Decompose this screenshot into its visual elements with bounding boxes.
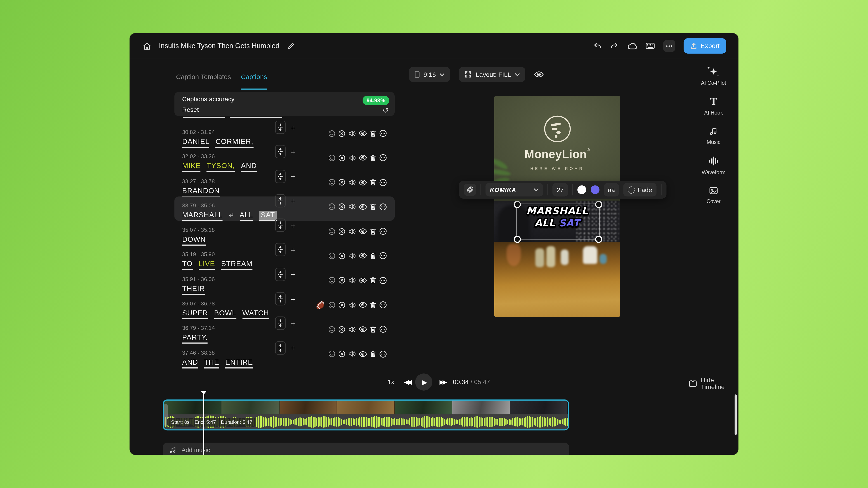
remove-emoji-icon[interactable]	[338, 301, 345, 308]
more-circle-icon[interactable]	[379, 154, 387, 162]
caption-word[interactable]: BRANDON	[182, 186, 220, 197]
add-emoji-icon[interactable]	[328, 203, 336, 210]
reset-captions-button[interactable]: Reset	[182, 106, 199, 113]
trash-icon[interactable]	[370, 252, 376, 260]
sidebar-item-ai-hook[interactable]: T AI Hook	[704, 97, 723, 116]
volume-icon[interactable]	[348, 179, 356, 186]
volume-icon[interactable]	[348, 154, 356, 162]
resize-handle[interactable]	[514, 201, 521, 208]
more-circle-icon[interactable]	[379, 252, 387, 260]
resize-handle[interactable]	[514, 236, 521, 243]
remove-emoji-icon[interactable]	[338, 228, 345, 235]
sidebar-item-waveform[interactable]: Waveform	[702, 156, 725, 175]
forward-button[interactable]: ▶▶	[439, 379, 445, 386]
aspect-ratio-dropdown[interactable]: 9:16	[409, 67, 450, 82]
add-emoji-icon[interactable]	[328, 228, 336, 235]
tab-caption-templates[interactable]: Caption Templates	[176, 73, 231, 86]
eye-icon[interactable]	[359, 277, 367, 284]
caption-row[interactable]: ＋ 36.79 - 37.14 PARTY.	[174, 319, 395, 344]
font-size-field[interactable]: 27	[553, 183, 568, 197]
more-circle-icon[interactable]	[379, 178, 387, 186]
animations-icon[interactable]	[464, 184, 476, 196]
sidebar-item-music[interactable]: Music	[707, 127, 720, 145]
eye-icon[interactable]	[359, 179, 367, 186]
more-circle-icon[interactable]	[379, 326, 387, 333]
eye-icon[interactable]	[359, 351, 367, 357]
caption-word[interactable]: AND	[241, 162, 257, 172]
trash-icon[interactable]	[370, 277, 376, 284]
fade-animation-button[interactable]: Fade	[623, 183, 656, 197]
merge-captions-button[interactable]	[275, 341, 286, 355]
caption-text[interactable]: SUPERBOWLWATCH	[182, 308, 275, 319]
volume-icon[interactable]	[348, 326, 356, 333]
merge-captions-button[interactable]	[275, 145, 286, 158]
eye-icon[interactable]	[359, 130, 367, 137]
volume-icon[interactable]	[348, 252, 356, 260]
merge-captions-button[interactable]	[275, 194, 286, 207]
preview-visibility-icon[interactable]	[534, 71, 544, 78]
caption-word[interactable]: LIVE	[198, 260, 215, 270]
caption-word[interactable]: SUPER	[182, 309, 208, 320]
caption-row[interactable]: ＋ 33.79 - 35.06 MARSHALL↵ALLSAT	[174, 196, 395, 221]
caption-word[interactable]: DOWN	[182, 235, 206, 246]
caption-row[interactable]: ＋ 35.07 - 35.18 DOWN	[174, 221, 395, 246]
caption-word[interactable]: ENTIRE	[225, 358, 253, 368]
caption-text[interactable]: BRANDON	[182, 185, 226, 197]
letter-case-button[interactable]: aa	[604, 183, 619, 197]
caption-row[interactable]: ＋ 30.82 - 31.94 DANIELCORMIER,	[174, 123, 395, 147]
remove-emoji-icon[interactable]	[338, 203, 345, 210]
hide-timeline-button[interactable]: Hide Timeline	[689, 377, 739, 390]
more-circle-icon[interactable]	[379, 276, 387, 284]
add-emoji-icon[interactable]	[328, 252, 336, 260]
remove-emoji-icon[interactable]	[338, 130, 345, 137]
layout-dropdown[interactable]: Layout: FILL	[459, 67, 526, 82]
more-circle-icon[interactable]	[379, 228, 387, 235]
caption-row[interactable]: ＋ 35.91 - 36.06 THEIR	[174, 270, 395, 294]
add-caption-button[interactable]: ＋	[289, 148, 297, 156]
caption-word[interactable]: STREAM	[221, 260, 252, 270]
timeline-scrollbar[interactable]	[735, 394, 737, 435]
export-button[interactable]: Export	[684, 38, 726, 54]
caption-word[interactable]: TO	[182, 260, 193, 270]
caption-row[interactable]: ＋ 36.07 - 36.78 SUPERBOWLWATCH 🏈	[174, 294, 395, 319]
caption-word[interactable]: WATCH	[242, 309, 269, 320]
caption-row[interactable]: ＋ 33.27 - 33.78 BRANDON	[174, 172, 395, 196]
trash-icon[interactable]	[370, 228, 376, 235]
trash-icon[interactable]	[370, 154, 376, 162]
sidebar-item-ai-copilot[interactable]: ✦✦＋ AI Co-Pilot	[701, 68, 726, 86]
caption-text[interactable]: MIKETYSON,AND	[182, 161, 263, 172]
add-emoji-icon[interactable]	[328, 154, 336, 162]
undo-icon[interactable]	[593, 41, 602, 51]
trash-icon[interactable]	[370, 350, 376, 358]
trash-icon[interactable]	[370, 203, 376, 210]
eye-icon[interactable]	[359, 302, 367, 308]
add-emoji-icon[interactable]	[328, 326, 336, 333]
caption-word[interactable]: MARSHALL	[182, 211, 223, 221]
caption-text[interactable]: DANIELCORMIER,	[182, 136, 259, 148]
volume-icon[interactable]	[348, 228, 356, 235]
remove-emoji-icon[interactable]	[338, 326, 345, 333]
merge-captions-button[interactable]	[275, 121, 286, 134]
volume-icon[interactable]	[348, 130, 356, 137]
merge-captions-button[interactable]	[275, 317, 286, 330]
sidebar-item-cover[interactable]: Cover	[707, 186, 721, 204]
caption-row[interactable]: ＋ 32.02 - 33.26 MIKETYSON,AND	[174, 147, 395, 172]
play-button[interactable]: ▶	[415, 373, 432, 391]
caption-text[interactable]: THEIR	[182, 283, 211, 295]
caption-word[interactable]: ↵	[229, 211, 235, 220]
caption-word[interactable]: BOWL	[214, 309, 236, 320]
add-emoji-icon[interactable]	[328, 350, 336, 358]
caption-word[interactable]: DANIEL	[182, 137, 210, 148]
merge-captions-button[interactable]	[275, 292, 286, 305]
eye-icon[interactable]	[359, 155, 367, 161]
caption-word[interactable]: THEIR	[182, 284, 205, 295]
eye-icon[interactable]	[359, 326, 367, 332]
font-family-dropdown[interactable]: KOMIKA	[486, 183, 543, 197]
add-caption-button[interactable]: ＋	[289, 344, 297, 352]
volume-icon[interactable]	[348, 203, 356, 210]
edit-title-icon[interactable]	[287, 42, 294, 50]
add-emoji-icon[interactable]	[328, 179, 336, 186]
caption-emoji[interactable]: 🏈	[316, 301, 325, 308]
cloud-sync-icon[interactable]	[627, 42, 637, 50]
video-preview[interactable]: MoneyLion® HERE WE ROAR MARSHALL ALL SAT	[494, 96, 620, 317]
